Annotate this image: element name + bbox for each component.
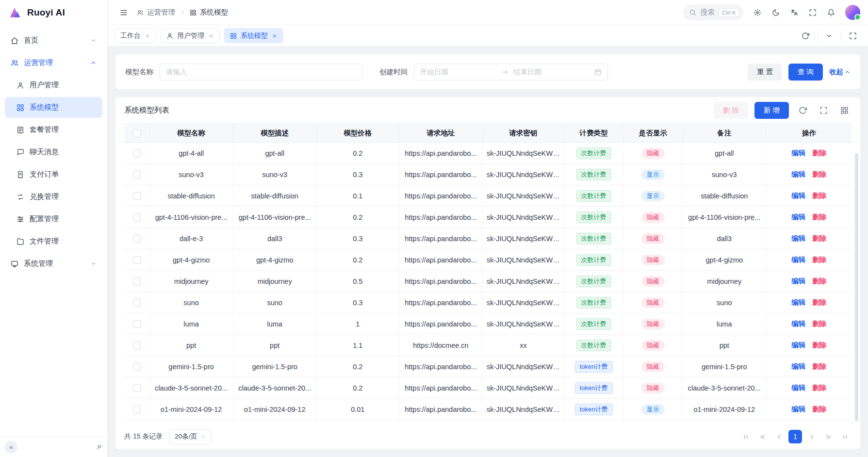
row-checkbox[interactable] [133, 192, 141, 200]
next-page-button[interactable] [805, 430, 819, 443]
pin-icon[interactable] [96, 444, 102, 451]
edit-link[interactable]: 编辑 [791, 320, 805, 327]
sidebar-item[interactable]: 配置管理 [5, 209, 102, 229]
sidebar-item[interactable]: 套餐管理 [5, 119, 102, 140]
row-delete-link[interactable]: 删除 [812, 320, 826, 327]
edit-link[interactable]: 编辑 [791, 405, 805, 413]
collapse-filter-link[interactable]: 收起 [829, 67, 851, 77]
settings-button[interactable] [749, 4, 766, 21]
edit-link[interactable]: 编辑 [791, 277, 805, 285]
sidebar-item[interactable]: 兑换管理 [5, 186, 102, 207]
next-group-button[interactable] [821, 430, 835, 443]
sidebar-group-operations[interactable]: 运营管理 [5, 52, 102, 73]
delete-button[interactable]: 删 除 [714, 102, 748, 119]
edit-link[interactable]: 编辑 [791, 170, 805, 178]
date-range-picker[interactable]: 开始日期 结束日期 [414, 64, 608, 81]
last-page-button[interactable] [838, 430, 852, 443]
first-page-button[interactable] [739, 430, 753, 443]
row-checkbox[interactable] [133, 277, 141, 285]
edit-link[interactable]: 编辑 [791, 192, 805, 199]
row-delete-link[interactable]: 删除 [812, 298, 826, 306]
prev-page-button[interactable] [772, 430, 786, 443]
cell-request-key: sk-JIUQLNndqSeKWU... [482, 185, 564, 207]
row-delete-link[interactable]: 删除 [812, 213, 826, 221]
sidebar-group-system[interactable]: 系统管理 [5, 253, 102, 274]
table-fullscreen-button[interactable] [816, 103, 831, 117]
sidebar-item[interactable]: 用户管理 [5, 75, 102, 96]
row-checkbox[interactable] [133, 171, 141, 179]
tab-actions-dropdown[interactable] [821, 28, 837, 44]
edit-link[interactable]: 编辑 [791, 149, 805, 157]
row-delete-link[interactable]: 删除 [812, 149, 826, 157]
hamburger-menu-button[interactable] [115, 4, 132, 21]
prev-group-button[interactable] [755, 430, 769, 443]
edit-link[interactable]: 编辑 [791, 341, 805, 349]
row-checkbox[interactable] [133, 235, 141, 243]
row-checkbox[interactable] [133, 320, 141, 328]
edit-link[interactable]: 编辑 [791, 213, 805, 221]
breadcrumb-system-model[interactable]: 系统模型 [190, 8, 228, 17]
table-row: gpt-4-all gpt-all 0.2 https://api.pandar… [124, 143, 852, 164]
add-button[interactable]: 新 增 [754, 102, 789, 119]
row-delete-link[interactable]: 删除 [812, 170, 826, 178]
row-checkbox[interactable] [133, 213, 141, 221]
close-icon[interactable] [208, 33, 214, 39]
tab-workbench[interactable]: 工作台 [115, 28, 156, 43]
sidebar-item[interactable]: 聊天消息 [5, 142, 102, 163]
fullscreen-button[interactable] [804, 4, 821, 21]
close-icon[interactable] [145, 33, 150, 39]
tab-user-management[interactable]: 用户管理 [161, 28, 220, 43]
edit-link[interactable]: 编辑 [791, 384, 805, 392]
visibility-badge: 隐藏 [641, 276, 665, 287]
end-date-placeholder: 结束日期 [513, 67, 590, 77]
edit-link[interactable]: 编辑 [791, 362, 805, 370]
column-settings-button[interactable] [837, 103, 852, 117]
chevron-down-icon [200, 434, 206, 440]
sidebar-collapse-button[interactable]: « [5, 441, 17, 454]
clipped-next-row [124, 420, 852, 424]
row-checkbox[interactable] [133, 363, 141, 371]
refresh-table-button[interactable] [795, 103, 810, 117]
row-delete-link[interactable]: 删除 [812, 405, 826, 413]
global-search[interactable]: 搜索 Ctrl K [683, 4, 743, 20]
select-all-checkbox[interactable] [133, 130, 141, 137]
sidebar-item[interactable]: 系统模型 [5, 97, 102, 118]
model-name-input[interactable] [166, 68, 356, 76]
sidebar-item-home[interactable]: 首页 [5, 30, 102, 51]
row-delete-link[interactable]: 删除 [812, 256, 826, 263]
close-icon[interactable] [272, 33, 278, 39]
row-delete-link[interactable]: 删除 [812, 341, 826, 349]
sidebar-item[interactable]: 支付订单 [5, 164, 102, 185]
row-delete-link[interactable]: 删除 [812, 192, 826, 199]
dark-mode-button[interactable] [768, 4, 784, 21]
edit-link[interactable]: 编辑 [791, 256, 805, 263]
row-delete-link[interactable]: 删除 [812, 277, 826, 285]
translate-icon [790, 9, 798, 16]
column-model-desc: 模型描述 [233, 124, 316, 143]
page-size-select[interactable]: 20条/页 [169, 429, 212, 444]
row-checkbox[interactable] [133, 299, 141, 307]
row-delete-link[interactable]: 删除 [812, 362, 826, 370]
row-checkbox[interactable] [133, 256, 141, 264]
edit-link[interactable]: 编辑 [791, 234, 805, 242]
edit-link[interactable]: 编辑 [791, 298, 805, 306]
row-checkbox[interactable] [133, 406, 141, 413]
tab-system-model[interactable]: 系统模型 [224, 28, 283, 43]
notifications-button[interactable] [823, 4, 839, 21]
reset-button[interactable]: 重 置 [748, 64, 782, 81]
row-delete-link[interactable]: 删除 [812, 384, 826, 392]
cell-request-key: sk-JIUQLNndqSeKWU... [482, 356, 564, 377]
row-checkbox[interactable] [133, 342, 141, 349]
content-fullscreen-button[interactable] [845, 28, 861, 44]
breadcrumb-operations[interactable]: 运营管理 [137, 8, 175, 17]
sidebar-item[interactable]: 文件管理 [5, 231, 102, 252]
language-button[interactable] [786, 4, 802, 21]
query-button[interactable]: 查 询 [788, 64, 823, 81]
avatar[interactable] [845, 5, 860, 20]
row-checkbox[interactable] [133, 149, 141, 157]
table-scrollbar-thumb[interactable] [855, 153, 858, 421]
row-checkbox[interactable] [133, 384, 141, 392]
row-delete-link[interactable]: 删除 [812, 234, 826, 242]
refresh-tab-button[interactable] [797, 28, 814, 44]
page-number-current[interactable]: 1 [788, 430, 802, 443]
